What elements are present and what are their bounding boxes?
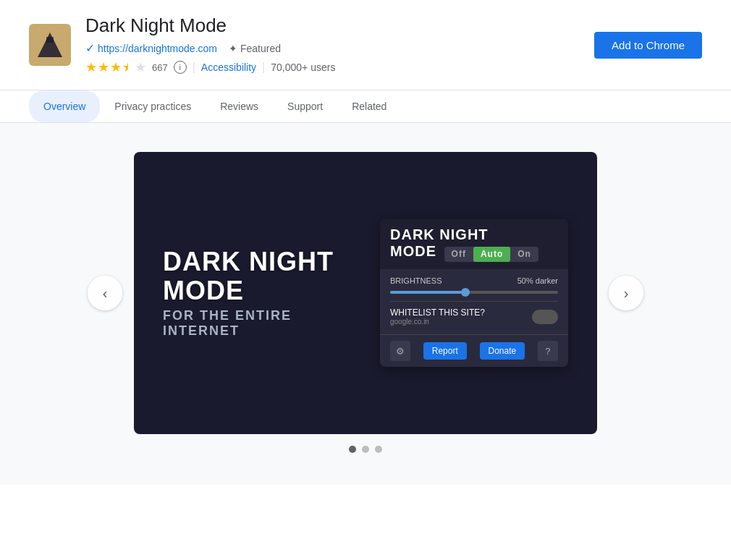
help-icon-button[interactable]: ? <box>538 341 558 361</box>
carousel-slide: DARK NIGHT MODE FOR THE ENTIRE INTERNET … <box>134 152 597 434</box>
whitelist-info: WHITELIST THIS SITE? google.co.in <box>390 307 485 326</box>
tab-reviews[interactable]: Reviews <box>206 90 273 122</box>
rating-count: 667 <box>152 62 168 73</box>
toggle-off[interactable]: Off <box>444 247 473 262</box>
donate-button[interactable]: Donate <box>480 342 525 360</box>
slider-fill <box>390 291 465 294</box>
tab-support[interactable]: Support <box>273 90 337 122</box>
extension-icon <box>29 24 71 66</box>
rating-row: ★ ★ ★ ★★ ★ 667 i | Accessibility | 70,00… <box>85 59 335 75</box>
popup-toggle-group: Off Auto On <box>444 243 538 259</box>
header-left: Dark Night Mode ✓ https://darknightmode.… <box>29 14 335 75</box>
accessibility-link[interactable]: Accessibility <box>201 61 256 73</box>
popup-title: DARK NIGHT MODE Off Auto On <box>390 226 558 262</box>
whitelist-label: WHITELIST THIS SITE? <box>390 307 485 318</box>
extension-icon-svg <box>35 30 65 60</box>
svg-rect-2 <box>46 37 54 43</box>
whitelist-row: WHITELIST THIS SITE? google.co.in <box>390 301 558 327</box>
info-icon[interactable]: i <box>174 61 187 74</box>
slider-thumb <box>461 288 470 297</box>
popup-header: DARK NIGHT MODE Off Auto On <box>380 219 568 269</box>
toggle-on[interactable]: On <box>510 247 538 262</box>
featured-icon: ✦ <box>229 43 237 54</box>
tab-overview[interactable]: Overview <box>29 90 100 122</box>
settings-icon-button[interactable]: ⚙ <box>390 341 410 361</box>
carousel-dot-3[interactable] <box>375 446 382 453</box>
star-3: ★ <box>110 59 122 75</box>
whitelist-toggle[interactable] <box>532 310 558 324</box>
popup-body: BRIGHTNESS 50% darker WHITELIST THIS SIT… <box>380 269 568 334</box>
extension-url-link[interactable]: ✓ https://darknightmode.com <box>85 41 217 55</box>
carousel-next-button[interactable]: › <box>609 276 643 310</box>
carousel-dots <box>0 446 731 453</box>
carousel-prev-button[interactable]: ‹ <box>88 276 122 310</box>
popup-mockup: DARK NIGHT MODE Off Auto On <box>380 219 568 367</box>
extension-header: Dark Night Mode ✓ https://darknightmode.… <box>0 0 731 90</box>
verified-icon: ✓ <box>85 41 95 55</box>
tab-privacy-practices[interactable]: Privacy practices <box>100 90 206 122</box>
extension-info: Dark Night Mode ✓ https://darknightmode.… <box>85 14 335 75</box>
brightness-labels: BRIGHTNESS 50% darker <box>390 276 558 285</box>
star-5: ★ <box>135 59 146 75</box>
star-rating: ★ ★ ★ ★★ ★ <box>85 59 146 75</box>
report-button[interactable]: Report <box>423 342 467 360</box>
chevron-right-icon: › <box>624 285 629 302</box>
star-4: ★★ <box>122 59 134 75</box>
carousel: ‹ DARK NIGHT MODE FOR THE ENTIRE INTERNE… <box>0 152 731 434</box>
extension-meta: ✓ https://darknightmode.com ✦ Featured <box>85 41 335 55</box>
whitelist-site: google.co.in <box>390 318 485 326</box>
star-1: ★ <box>85 59 97 75</box>
slide-text: DARK NIGHT MODE FOR THE ENTIRE INTERNET <box>163 247 358 338</box>
featured-badge: ✦ Featured <box>229 43 281 54</box>
brightness-row: BRIGHTNESS 50% darker <box>390 276 558 301</box>
slide-subtitle2: INTERNET <box>163 323 358 339</box>
popup-footer: ⚙ Report Donate ? <box>380 334 568 367</box>
mode-toggle: Off Auto On <box>444 247 538 262</box>
toggle-auto[interactable]: Auto <box>473 247 510 262</box>
tab-related[interactable]: Related <box>337 90 401 122</box>
slide-subtitle: FOR THE ENTIRE <box>163 308 358 323</box>
star-2: ★ <box>98 59 109 75</box>
add-to-chrome-button[interactable]: Add to Chrome <box>594 32 702 59</box>
brightness-slider[interactable] <box>390 291 558 294</box>
slide-inner: DARK NIGHT MODE FOR THE ENTIRE INTERNET … <box>134 152 597 434</box>
divider2: | <box>262 61 265 74</box>
brightness-label: BRIGHTNESS <box>390 276 442 285</box>
divider: | <box>193 61 195 74</box>
brightness-value: 50% darker <box>517 276 558 285</box>
carousel-dot-2[interactable] <box>362 446 369 453</box>
main-content: ‹ DARK NIGHT MODE FOR THE ENTIRE INTERNE… <box>0 123 731 485</box>
nav-tabs: Overview Privacy practices Reviews Suppo… <box>0 90 731 123</box>
extension-title: Dark Night Mode <box>85 14 335 37</box>
carousel-dot-1[interactable] <box>349 446 356 453</box>
users-count: 70,000+ users <box>271 61 335 73</box>
chevron-left-icon: ‹ <box>103 285 108 302</box>
slide-title: DARK NIGHT MODE <box>163 247 358 305</box>
